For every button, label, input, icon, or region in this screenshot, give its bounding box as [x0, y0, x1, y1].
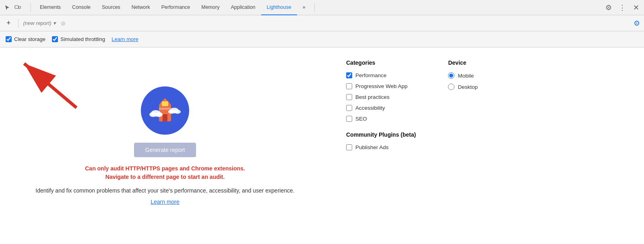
tab-divider-2 [314, 3, 315, 12]
svg-line-3 [24, 64, 76, 108]
options-bar: Clear storage Simulated throttling Learn… [0, 31, 644, 47]
svg-point-14 [174, 110, 181, 114]
add-report-button[interactable]: + [4, 18, 13, 28]
desktop-radio[interactable] [448, 84, 454, 90]
tab-console[interactable]: Console [66, 0, 96, 15]
right-panel: Categories Performance Progressive Web A… [330, 47, 644, 244]
device-icon[interactable] [14, 4, 22, 12]
simulated-throttling-option[interactable]: Simulated throttling [52, 36, 105, 42]
categories-title: Categories [346, 59, 416, 66]
category-accessibility: Accessibility [346, 105, 416, 111]
toolbar-divider [18, 19, 19, 28]
tab-lighthouse[interactable]: Lighthouse [261, 0, 297, 15]
left-panel: Generate report Can only audit HTTP/HTTP… [0, 47, 330, 244]
category-pwa: Progressive Web App [346, 83, 416, 89]
svg-point-11 [155, 112, 163, 117]
svg-rect-0 [15, 6, 19, 8]
device-desktop: Desktop [448, 84, 478, 90]
close-icon[interactable]: ✕ [631, 3, 641, 12]
description-text: Identify and fix common problems that af… [35, 186, 294, 195]
mobile-radio[interactable] [448, 72, 454, 79]
lighthouse-settings-icon[interactable]: ⚙ [634, 19, 640, 28]
category-seo: SEO [346, 116, 416, 122]
community-publisher-ads: Publisher Ads [346, 144, 416, 150]
publisher-ads-checkbox[interactable] [346, 144, 352, 150]
tab-performance[interactable]: Performance [156, 0, 196, 15]
simulated-throttling-checkbox[interactable] [52, 36, 58, 42]
settings-gear-icon[interactable]: ⚙ [604, 3, 613, 12]
tab-elements[interactable]: Elements [34, 0, 66, 15]
cursor-icon[interactable] [3, 4, 11, 12]
tab-memory[interactable]: Memory [196, 0, 225, 15]
arrow-annotation [8, 51, 89, 116]
performance-checkbox[interactable] [346, 72, 352, 78]
chevron-down-icon: ▾ [53, 20, 56, 26]
clear-storage-option[interactable]: Clear storage [6, 36, 45, 42]
svg-rect-7 [163, 114, 167, 121]
category-performance: Performance [346, 72, 416, 78]
community-section: Community Plugins (beta) Publisher Ads [346, 131, 416, 150]
devtools-icons [3, 4, 22, 12]
generate-report-button[interactable]: Generate report [134, 143, 196, 157]
more-options-icon[interactable]: ⋮ [617, 3, 627, 12]
error-message: Can only audit HTTP/HTTPS pages and Chro… [85, 164, 245, 181]
svg-rect-6 [162, 101, 168, 106]
svg-rect-1 [19, 6, 21, 8]
tab-bar: Elements Console Sources Network Perform… [0, 0, 644, 15]
report-select[interactable]: (new report) ▾ [23, 20, 56, 26]
main-learn-more-link[interactable]: Learn more [151, 199, 180, 205]
lighthouse-logo [141, 86, 189, 135]
svg-rect-8 [159, 108, 171, 110]
tab-network[interactable]: Network [126, 0, 156, 15]
category-best-practices: Best practices [346, 94, 416, 100]
pwa-checkbox[interactable] [346, 83, 352, 89]
stop-button[interactable]: ⊘ [59, 19, 67, 27]
tab-more[interactable]: » [297, 0, 311, 15]
device-section: Device Mobile Desktop [448, 59, 478, 232]
clear-storage-checkbox[interactable] [6, 36, 12, 42]
device-title: Device [448, 59, 478, 66]
best-practices-checkbox[interactable] [346, 94, 352, 100]
secondary-toolbar: + (new report) ▾ ⊘ ⚙ [0, 15, 644, 31]
svg-point-13 [168, 110, 175, 114]
categories-section: Categories Performance Progressive Web A… [346, 59, 416, 232]
device-mobile: Mobile [448, 72, 478, 79]
tab-application[interactable]: Application [225, 0, 261, 15]
tab-divider-1 [31, 3, 31, 12]
accessibility-checkbox[interactable] [346, 105, 352, 111]
toolbar-right: ⚙ [634, 19, 640, 28]
community-title: Community Plugins (beta) [346, 131, 416, 138]
tab-bar-right: ⚙ ⋮ ✕ [604, 3, 641, 12]
main-content: Generate report Can only audit HTTP/HTTP… [0, 47, 644, 244]
tab-sources[interactable]: Sources [96, 0, 126, 15]
seo-checkbox[interactable] [346, 116, 352, 122]
throttling-learn-more-link[interactable]: Learn more [111, 36, 138, 42]
